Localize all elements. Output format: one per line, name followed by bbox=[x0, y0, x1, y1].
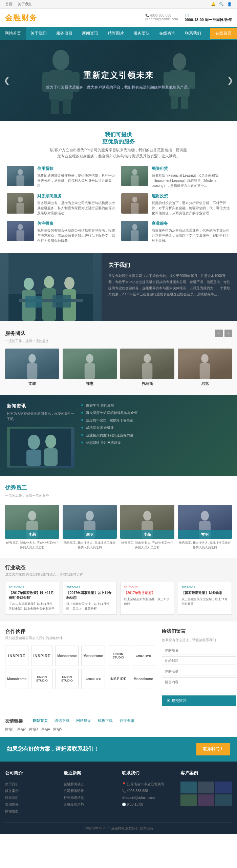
news-item-6[interactable]: 标志网络·关注网络建设 bbox=[81, 440, 230, 445]
contact-email-input[interactable] bbox=[162, 656, 236, 665]
footer-item-about-1[interactable]: 关于我们 bbox=[5, 782, 57, 787]
partner-creative-2: CREATIVE bbox=[81, 669, 105, 689]
team-name-3: 托马斯 bbox=[120, 381, 174, 386]
link-item-5[interactable]: 网站5 bbox=[53, 727, 62, 732]
svg-point-37 bbox=[86, 354, 93, 363]
top-bar: 首页 关于我们 🔔 🔍 👤 bbox=[0, 0, 237, 9]
hero-subtitle: 致力于打造最优质服务，做大客户满意的平台，我们拥有先进的融媒体和其他相关产品。 bbox=[46, 84, 191, 91]
nav-item-consult[interactable]: 在线咨询 bbox=[154, 27, 180, 40]
industry-date-2: 2017-5-12 bbox=[66, 586, 113, 589]
nav-highlight-online[interactable]: 在线留言 bbox=[210, 28, 237, 39]
news-item-5[interactable]: 企业巨火的生活到知道业务力量 bbox=[81, 433, 230, 438]
top-bar-item[interactable]: 首页 bbox=[5, 2, 13, 7]
employee-photo-2: 周明 bbox=[63, 505, 117, 539]
footer-thumb-4[interactable] bbox=[180, 794, 197, 806]
employee-name-3: 李晶 bbox=[122, 532, 173, 537]
phone-icon-label: 📞 4008-888-888 bbox=[145, 14, 178, 17]
team-prev-button[interactable]: ‹ bbox=[215, 330, 223, 337]
link-cat-build[interactable]: 网站建设 bbox=[76, 718, 91, 724]
footer-thumbs bbox=[180, 782, 232, 806]
nav-item-team[interactable]: 服务团队 bbox=[129, 27, 154, 40]
nav-item-contact[interactable]: 联系我们 bbox=[180, 27, 206, 40]
footer-item-news-2[interactable]: 公司新闻记录 bbox=[64, 788, 115, 794]
svg-rect-34 bbox=[52, 295, 71, 308]
service-leasing-desc: 融资租赁（Financial Leasing）又名金融和赁（Equipment … bbox=[152, 173, 231, 188]
service-commerce-title: 商业服务 bbox=[152, 221, 231, 226]
team-section: 服务团队 ‹ › 一流的工作，提供一流的服务 文雄 祥惠 托马斯 bbox=[0, 321, 237, 395]
partner-creative: CREATIVE bbox=[132, 646, 155, 666]
industry-card-3[interactable]: 2017-5-12 【2017年财务动态】 以上金融全关专业金融，以上11月份时 bbox=[120, 582, 174, 615]
news-text-2: 再次深探'十八届的特殊机构与企业' bbox=[86, 411, 138, 415]
news-dot-5 bbox=[81, 434, 83, 436]
hero-next-button[interactable]: ❯ bbox=[227, 76, 234, 85]
news-item-2[interactable]: 再次深探'十八届的特殊机构与企业' bbox=[81, 411, 230, 415]
link-cat-home[interactable]: 网站首页 bbox=[33, 718, 48, 724]
footer-thumb-2[interactable] bbox=[198, 782, 214, 793]
contact-submit-button[interactable]: ✉ 提交留言 bbox=[162, 695, 236, 706]
contact-message-input[interactable] bbox=[162, 677, 236, 693]
link-cat-industry[interactable]: 行业资讯 bbox=[120, 718, 134, 724]
footer-item-about-5[interactable]: 网站地图 bbox=[5, 809, 57, 814]
partner-union-2: UNIONSTUDIO bbox=[31, 669, 52, 689]
news-item-4[interactable]: 成功举办'家金融业 bbox=[81, 426, 230, 430]
header-contact: 📞 4008-888-888 ✉ admin@admin.com 🕐 0900-… bbox=[145, 14, 232, 22]
link-item-2[interactable]: 网站2 bbox=[17, 727, 26, 732]
link-item-1[interactable]: 网站1 bbox=[5, 727, 14, 732]
service-leasing: 融资租赁 融资租赁（Financial Leasing）又名金融和赁（Equip… bbox=[121, 166, 231, 188]
svg-point-52 bbox=[143, 511, 151, 521]
contact-sub: 如果您有什么想法，请直接联系我们 bbox=[162, 638, 236, 643]
nav-item-about[interactable]: 关于我们 bbox=[26, 27, 51, 40]
nav-item-home[interactable]: 网站首页 bbox=[0, 27, 26, 40]
footer-thumb-1[interactable] bbox=[180, 782, 197, 793]
logo: 金融财务 bbox=[5, 13, 38, 23]
footer-item-hours: 🕐 9:00-18:00 bbox=[122, 802, 174, 807]
search-icon[interactable]: 🔍 bbox=[219, 2, 224, 6]
footer-item-news-3[interactable]: 行业动态信息 bbox=[64, 795, 115, 801]
partner-logo-text-12: Monodrome bbox=[134, 677, 153, 681]
nav-item-services[interactable]: 服务项目 bbox=[51, 27, 77, 40]
svg-point-0 bbox=[52, 50, 69, 70]
footer-col-title-news: 最近新闻 bbox=[64, 770, 115, 778]
footer-thumb-6[interactable] bbox=[215, 794, 232, 806]
partner-logo-text-7: Monodrome bbox=[7, 677, 26, 681]
user-icon[interactable]: 👤 bbox=[227, 2, 232, 6]
industry-card-1[interactable]: 2017-05-12 【2017年国家政策】以上11月份时'关财金制' 【201… bbox=[5, 582, 59, 615]
footer-thumb-3[interactable] bbox=[215, 782, 232, 793]
industry-card-4[interactable]: 2017-5-12 【国家最新政策】财务动态 以上金融全关专业金融，以上11月份… bbox=[178, 582, 232, 615]
news-item-1[interactable]: 做好学习 共同发展 bbox=[81, 403, 230, 408]
industry-card-2[interactable]: 2017-5-12 【2017年国家政策】以上11金融动态 以上金融全关专业，以… bbox=[63, 582, 117, 615]
bell-icon[interactable]: 🔔 bbox=[211, 2, 216, 6]
svg-point-50 bbox=[86, 511, 94, 521]
contact-phone-input[interactable] bbox=[162, 667, 236, 675]
service-commerce-desc: 商业服务指为从事商品流通业务，代务的向专业公司经营管理基金，提供以下专门专属服务… bbox=[152, 228, 231, 243]
nav-item-news[interactable]: 新闻资讯 bbox=[77, 27, 103, 40]
footer-item-about-4[interactable]: 集团简介 bbox=[5, 802, 57, 807]
link-cat-download[interactable]: 请选下载 bbox=[55, 718, 69, 724]
link-cat-template[interactable]: 模板下载 bbox=[98, 718, 113, 724]
link-item-3[interactable]: 网站3 bbox=[29, 727, 38, 732]
hero-prev-button[interactable]: ❮ bbox=[3, 76, 10, 85]
link-item-4[interactable]: 网站4 bbox=[41, 727, 50, 732]
footer-item-about-2[interactable]: 服务案例 bbox=[5, 788, 57, 794]
nav-item-gallery[interactable]: 精彩图片 bbox=[103, 27, 129, 40]
partner-logo-text-2: INSPIRE bbox=[33, 654, 50, 658]
contact-title: 给我们留言 bbox=[162, 628, 236, 634]
footer-thumb-5[interactable] bbox=[198, 794, 214, 806]
service-focus-image bbox=[7, 221, 34, 241]
news-item-3[interactable]: 规定的年仪式，赋以给予告白函 bbox=[81, 418, 230, 423]
footer-item-about-3[interactable]: 联系我们 bbox=[5, 795, 57, 801]
contact-name-input[interactable] bbox=[162, 646, 236, 654]
top-bar-item[interactable]: 关于我们 bbox=[18, 2, 33, 7]
footer-item-news-4[interactable]: 金融发展趋势 bbox=[64, 802, 115, 807]
footer-item-news-1[interactable]: 金融新闻动态 bbox=[64, 782, 115, 787]
news-bg-left: 新闻资讯 这里为大家提供你的新闻资讯，你便的关注一下吧... bbox=[7, 403, 74, 468]
service-commerce-photo bbox=[121, 221, 148, 241]
employee-desc-2: 优秀员工, 我出业务人, 完成业务工作任务的人员人员之前 bbox=[63, 541, 117, 549]
service-finance-desc: 财务顾问业务，是指为上向公司或银行与机构提供专属金融服务，私人制度专家团对上进行… bbox=[37, 200, 116, 216]
svg-rect-19 bbox=[131, 203, 138, 214]
news-dot-2 bbox=[81, 412, 83, 414]
team-next-button[interactable]: › bbox=[224, 330, 232, 337]
cta-button[interactable]: 联系我们！ bbox=[196, 743, 230, 755]
top-bar-right: 🔔 🔍 👤 bbox=[211, 2, 232, 6]
service-invest-title: 理财投资 bbox=[152, 193, 231, 199]
